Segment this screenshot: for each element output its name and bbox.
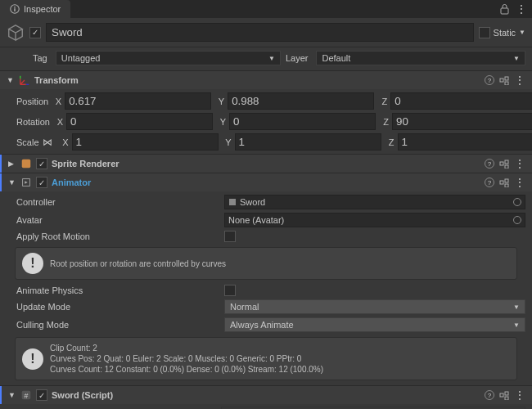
rotation-y-field[interactable] (229, 113, 376, 130)
enable-checkbox[interactable] (36, 389, 47, 401)
active-checkbox[interactable] (29, 27, 41, 38)
root-motion-label: Apply Root Motion (16, 231, 221, 241)
inspector-tab[interactable]: Inspector (0, 0, 70, 18)
svg-rect-20 (505, 397, 508, 400)
tag-dropdown[interactable]: Untagged▼ (56, 51, 281, 65)
sword-script-title: Sword (Script) (52, 390, 480, 400)
avatar-field[interactable]: None (Avatar) (224, 213, 525, 227)
context-menu-icon[interactable]: ⋮ (516, 3, 527, 15)
preset-icon[interactable] (499, 75, 509, 85)
svg-rect-5 (505, 77, 508, 80)
animator-header[interactable]: ▼ Animator ? ⋮ (0, 173, 532, 191)
culling-mode-dropdown[interactable]: Always Animate▼ (224, 317, 525, 332)
foldout-icon[interactable]: ▼ (8, 178, 16, 187)
svg-rect-18 (500, 393, 503, 397)
object-picker-icon[interactable] (513, 198, 521, 206)
help-icon[interactable]: ? (485, 75, 494, 85)
svg-rect-10 (505, 165, 508, 169)
foldout-icon[interactable]: ▶ (8, 160, 16, 168)
lock-icon[interactable] (500, 4, 509, 15)
info-exclaim-icon: ! (22, 348, 43, 370)
position-y-field[interactable] (228, 92, 374, 110)
root-motion-checkbox[interactable] (224, 231, 236, 242)
root-motion-info-box: ! Root position or rotation are controll… (15, 247, 517, 280)
foldout-icon[interactable]: ▼ (8, 391, 16, 399)
info-icon (10, 4, 20, 14)
scale-link-icon[interactable]: ⋈ (43, 137, 52, 148)
scale-y-field[interactable] (235, 133, 381, 151)
svg-rect-9 (505, 160, 508, 164)
foldout-icon[interactable]: ▼ (7, 76, 15, 84)
rotation-z-field[interactable] (392, 113, 532, 130)
transform-icon (19, 74, 30, 86)
sprite-renderer-section: ▶ Sprite Renderer ? ⋮ (0, 155, 532, 173)
svg-rect-12 (500, 181, 503, 184)
layer-label: Layer (286, 53, 309, 63)
transform-header[interactable]: ▼ Transform ? ⋮ (0, 71, 532, 89)
preset-icon[interactable] (499, 390, 509, 400)
sword-script-section: ▼ # Sword (Script) ? ⋮ Script Sword (0, 386, 532, 409)
tab-bar: Inspector ⋮ (0, 0, 532, 18)
controller-obj-icon (228, 198, 237, 206)
transform-section: ▼ Transform ? ⋮ Position X Y Z Rotation … (0, 71, 532, 155)
context-menu-icon[interactable]: ⋮ (514, 177, 525, 188)
sword-script-header[interactable]: ▼ # Sword (Script) ? ⋮ (0, 386, 532, 404)
enable-checkbox[interactable] (36, 177, 47, 188)
svg-rect-8 (500, 162, 503, 165)
object-header: Static ▼ (0, 18, 532, 47)
position-z-field[interactable] (390, 92, 532, 110)
object-picker-icon[interactable] (513, 216, 521, 224)
animator-icon (20, 177, 32, 188)
transform-title: Transform (34, 75, 480, 85)
info-exclaim-icon: ! (22, 253, 43, 274)
svg-rect-4 (500, 79, 503, 82)
layer-dropdown[interactable]: Default▼ (316, 51, 525, 65)
context-menu-icon[interactable]: ⋮ (514, 389, 525, 401)
svg-rect-14 (505, 184, 508, 187)
controller-label: Controller (16, 197, 221, 207)
sprite-renderer-icon (20, 158, 32, 169)
animate-physics-label: Animate Physics (16, 285, 221, 295)
animator-section: ▼ Animator ? ⋮ Controller Sword Avatar N… (0, 173, 532, 386)
gameobject-cube-icon[interactable] (7, 24, 25, 42)
preset-icon[interactable] (499, 159, 509, 169)
animator-stats-box: ! Clip Count: 2 Curves Pos: 2 Quat: 0 Eu… (15, 337, 517, 380)
update-mode-label: Update Mode (16, 302, 221, 312)
tag-layer-row: Tag Untagged▼ Layer Default▼ (0, 47, 532, 71)
avatar-label: Avatar (16, 215, 221, 225)
tag-label: Tag (33, 53, 47, 63)
static-dropdown-icon[interactable]: ▼ (519, 29, 525, 36)
svg-rect-6 (505, 82, 508, 85)
context-menu-icon[interactable]: ⋮ (514, 74, 525, 86)
svg-rect-19 (505, 392, 508, 395)
static-checkbox[interactable] (479, 27, 490, 38)
scale-x-field[interactable] (72, 133, 219, 151)
help-icon[interactable]: ? (485, 159, 494, 169)
position-x-field[interactable] (65, 92, 211, 110)
controller-field[interactable]: Sword (224, 195, 525, 209)
animator-title: Animator (52, 178, 480, 187)
position-label: Position (16, 97, 48, 106)
animate-physics-checkbox[interactable] (224, 285, 236, 296)
scale-z-field[interactable] (398, 133, 532, 151)
rotation-label: Rotation (16, 117, 50, 127)
update-mode-dropdown[interactable]: Normal▼ (224, 299, 525, 314)
help-icon[interactable]: ? (485, 390, 494, 400)
svg-rect-1 (14, 8, 16, 11)
enable-checkbox[interactable] (36, 158, 47, 169)
rotation-x-field[interactable] (66, 113, 213, 130)
svg-rect-7 (22, 160, 31, 169)
tab-title: Inspector (24, 4, 61, 14)
svg-rect-3 (501, 8, 508, 14)
culling-mode-label: Culling Mode (16, 320, 221, 330)
svg-text:#: # (25, 392, 29, 400)
context-menu-icon[interactable]: ⋮ (514, 158, 525, 169)
help-icon[interactable]: ? (485, 178, 494, 187)
svg-rect-2 (14, 7, 16, 8)
preset-icon[interactable] (499, 178, 509, 187)
static-label: Static (494, 28, 516, 38)
scale-label: Scale (16, 137, 39, 147)
sprite-renderer-header[interactable]: ▶ Sprite Renderer ? ⋮ (0, 155, 532, 173)
object-name-field[interactable] (46, 23, 474, 42)
script-icon: # (20, 389, 32, 401)
